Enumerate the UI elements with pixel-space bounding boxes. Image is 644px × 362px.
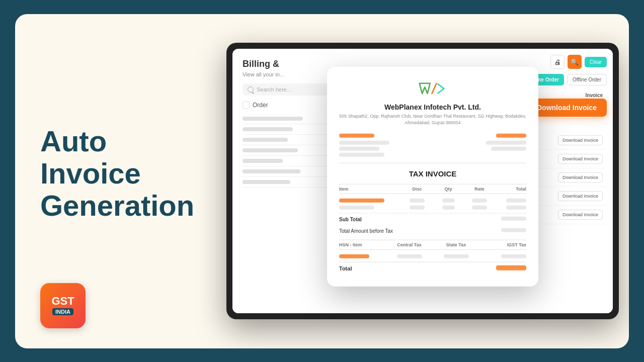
invoice-item-row bbox=[339, 197, 526, 204]
igst-tax-col: IGST Tax bbox=[479, 242, 526, 247]
download-invoice-button[interactable]: Download Invoice bbox=[558, 210, 603, 220]
tax-invoice-title: TAX INVOICE bbox=[339, 169, 526, 178]
total-before-tax-label: Total Amount before Tax bbox=[339, 228, 393, 234]
svg-line-1 bbox=[432, 83, 437, 94]
main-title: Auto Invoice Generation bbox=[40, 125, 201, 221]
tax-section-header: HSN - Item Central Tax State Tax IGST Ta… bbox=[339, 240, 526, 250]
cell bbox=[243, 117, 303, 121]
cell bbox=[243, 169, 300, 173]
tax-item-row bbox=[339, 253, 526, 260]
svg-marker-0 bbox=[420, 83, 430, 94]
download-invoice-highlighted-button[interactable]: Download Invoice bbox=[527, 99, 607, 117]
hsn-item-col: HSN - Item bbox=[339, 242, 386, 247]
order-filter-label: Order bbox=[253, 102, 268, 109]
offline-order-button[interactable]: Offline Order bbox=[567, 74, 607, 85]
col-qty: Qty bbox=[433, 187, 464, 192]
download-invoice-button[interactable]: Download Invoice bbox=[558, 154, 603, 164]
gst-text: GST bbox=[51, 296, 74, 307]
invoice-item-row bbox=[339, 204, 526, 211]
gst-badge: GST INDIA bbox=[40, 283, 86, 328]
cell bbox=[243, 127, 293, 131]
left-section: Auto Invoice Generation bbox=[15, 95, 226, 266]
total-row: Total bbox=[339, 262, 526, 275]
invoice-col-header: Invoice bbox=[586, 93, 603, 98]
search-button[interactable]: 🔍 bbox=[568, 55, 582, 69]
total-before-tax-row: Total Amount before Tax bbox=[339, 227, 526, 237]
invoice-table-header: Item Disc Qty Rate Total bbox=[339, 184, 526, 194]
download-invoice-button[interactable]: Download Invoice bbox=[558, 172, 603, 183]
company-logo bbox=[339, 79, 526, 99]
print-icon[interactable]: 🖨 bbox=[550, 55, 565, 69]
company-name: WebPlanex Infotech Pvt. Ltd. bbox=[339, 103, 526, 111]
company-logo-svg bbox=[418, 79, 448, 99]
download-invoice-button[interactable]: Download Invoice bbox=[558, 135, 603, 145]
state-tax-col: State Tax bbox=[433, 242, 479, 247]
col-disc: Disc bbox=[401, 187, 433, 192]
col-item: Item bbox=[339, 187, 401, 192]
central-tax-col: Central Tax bbox=[386, 242, 433, 247]
cell bbox=[243, 180, 290, 184]
search-icon bbox=[248, 86, 254, 93]
invoice-header: WebPlanex Infotech Pvt. Ltd. 505 Shapath… bbox=[339, 79, 526, 126]
search-placeholder: Search here... bbox=[257, 86, 291, 93]
cell bbox=[243, 148, 298, 152]
sub-total-label: Sub Total bbox=[339, 217, 362, 222]
cell bbox=[243, 138, 288, 142]
tablet-container: Billing & View all your in... Search her… bbox=[226, 33, 629, 329]
download-invoice-button[interactable]: Download Invoice bbox=[558, 191, 603, 201]
invoice-modal: WebPlanex Infotech Pvt. Ltd. 505 Shapath… bbox=[327, 67, 538, 287]
billing-info bbox=[339, 134, 526, 157]
cell bbox=[243, 159, 283, 163]
col-total: Total bbox=[495, 187, 526, 192]
main-container: Auto Invoice Generation GST INDIA Billin… bbox=[15, 14, 629, 348]
company-address: 505 Shapath2, Opp. Rajhansh Club, Near G… bbox=[339, 113, 526, 126]
divider bbox=[339, 163, 526, 163]
total-label: Total bbox=[339, 265, 352, 272]
india-text: INDIA bbox=[52, 308, 73, 315]
sub-total-row: Sub Total bbox=[339, 213, 526, 225]
clear-button[interactable]: Clear bbox=[585, 57, 607, 67]
order-checkbox[interactable] bbox=[243, 102, 250, 109]
col-rate: Rate bbox=[464, 187, 495, 192]
